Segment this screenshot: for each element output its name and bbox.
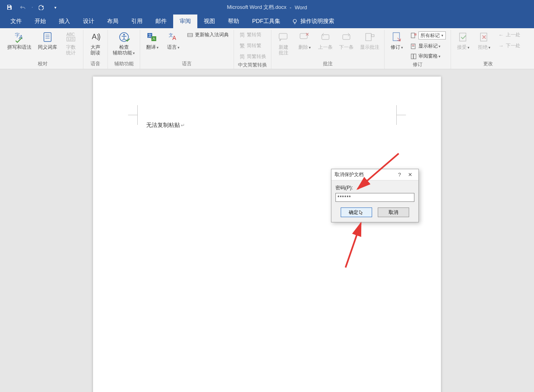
tab-view[interactable]: 视图 [197,15,221,28]
document-page[interactable]: 无法复制粘贴↵ [93,77,441,392]
group-accessibility: 检查辅助功能 辅助功能 [108,30,140,69]
delete-comment-button[interactable]: 删除 [296,30,313,50]
group-comments: 新建批注 删除 上一条 下一条 显示批注 批注 [271,30,385,69]
tab-pdf-tools[interactable]: PDF工具集 [246,15,287,28]
svg-rect-0 [8,5,10,6]
redo-icon [39,4,44,10]
group-comments-label: 批注 [275,60,381,69]
dialog-body: 密码(P): 确定 取消 [331,180,418,222]
undo-icon [20,4,26,10]
prev-change-label: 上一处 [506,31,520,38]
word-count-icon: ABC123 [64,31,77,44]
margin-marker-top-left [137,115,147,125]
accept-button[interactable]: 接受 [454,30,472,50]
next-comment-button[interactable]: 下一条 [337,30,355,50]
undo-button[interactable] [17,2,29,13]
tab-references[interactable]: 引用 [125,15,149,28]
simp-to-trad-button[interactable]: 繁简转繁 [237,41,268,50]
save-button[interactable] [3,2,15,13]
reject-label: 拒绝 [478,44,491,50]
tell-me-search[interactable]: 操作说明搜索 [287,15,334,28]
word-count-label-2: 统计 [66,50,76,56]
read-aloud-button[interactable]: A 大声朗读 [87,30,104,56]
document-area[interactable]: 无法复制粘贴↵ [0,69,534,392]
reviewing-pane-label: 审阅窗格 [418,53,441,60]
language-button[interactable]: 文A 语言 [164,30,182,50]
check-accessibility-button[interactable]: 检查辅助功能 [111,30,137,56]
reject-button[interactable]: 拒绝 [475,30,493,50]
show-comments-button[interactable]: 显示批注 [358,30,381,50]
margin-marker-top-right [387,115,397,125]
ok-button[interactable]: 确定 [341,207,372,217]
tab-layout[interactable]: 布局 [101,15,125,28]
paragraph-mark-icon: ↵ [181,122,185,128]
tab-help[interactable]: 帮助 [221,15,246,28]
next-change-label: 下一处 [506,42,520,49]
next-change-button[interactable]: →下一处 [496,41,522,50]
tab-home[interactable]: 开始 [28,15,52,28]
save-icon [6,4,12,10]
group-accessibility-label: 辅助功能 [111,60,137,69]
update-ime-button[interactable]: 更新输入法词典 [185,31,230,39]
word-count-label-1: 字数 [66,44,76,50]
document-name: Microsoft Word 文档.docx [227,4,286,11]
next-change-icon: → [498,43,504,49]
spelling-grammar-label: 拼写和语法 [7,44,31,50]
read-aloud-icon: A [89,31,102,44]
dialog-close-button[interactable]: ✕ [405,172,415,178]
window-title: Microsoft Word 文档.docx - Word [227,4,307,11]
redo-button[interactable] [35,2,48,13]
next-comment-icon [340,31,353,44]
svg-rect-37 [459,33,466,41]
cursor-icon [359,210,364,215]
track-changes-label: 修订 [391,44,403,50]
new-comment-label-2: 批注 [279,50,288,56]
convert-icon: 简 [239,54,245,60]
cancel-button[interactable]: 取消 [378,207,409,217]
svg-text:123: 123 [68,37,74,41]
translate-button[interactable]: 文A 翻译 [143,30,161,50]
svg-rect-36 [414,54,416,59]
simp-trad-icon: 繁 [239,43,245,49]
prev-comment-button[interactable]: 上一条 [317,30,334,50]
show-markup-button[interactable]: 显示标记 [409,42,447,50]
accept-icon [457,31,470,44]
track-changes-icon [390,31,403,44]
group-chinese-convert: 简繁转简 繁简转繁 简简繁转换 中文简繁转换 [234,30,271,69]
trad-to-simp-button[interactable]: 简繁转简 [237,31,268,39]
track-changes-button[interactable]: 修订 [388,30,406,50]
new-comment-button[interactable]: 新建批注 [275,30,292,56]
word-count-button[interactable]: ABC123 字数统计 [62,30,80,56]
show-comments-label: 显示批注 [360,44,379,50]
show-markup-icon [410,43,417,50]
tab-mailings[interactable]: 邮件 [149,15,173,28]
document-body-text: 无法复制粘贴↵ [146,122,185,129]
dialog-help-button[interactable]: ? [394,172,405,178]
spelling-icon: 字A [13,31,26,44]
tab-review[interactable]: 审阅 [173,15,197,28]
delete-comment-icon [298,31,311,44]
display-for-review-combo[interactable]: 所有标记▾ [418,31,446,39]
show-markup-label: 显示标记 [418,43,441,50]
convert-button[interactable]: 简简繁转换 [237,52,268,61]
tab-insert[interactable]: 插入 [52,15,77,28]
password-input[interactable] [335,193,414,202]
password-label: 密码(P): [335,185,414,191]
quick-access-toolbar: · ▾ [3,2,61,13]
prev-change-button[interactable]: ←上一处 [496,31,522,39]
title-bar: · ▾ Microsoft Word 文档.docx - Word [0,0,534,15]
group-language-label: 语言 [143,60,230,69]
svg-text:文: 文 [148,33,152,37]
qat-customize-button[interactable]: ▾ [49,2,61,13]
thesaurus-button[interactable]: 同义词库 [36,30,59,50]
tab-design[interactable]: 设计 [77,15,101,28]
reviewing-pane-button[interactable]: 审阅窗格 [409,52,447,60]
spelling-grammar-button[interactable]: 字A 拼写和语法 [6,30,33,50]
update-ime-label: 更新输入法词典 [195,31,229,38]
tab-file[interactable]: 文件 [4,15,28,28]
dialog-titlebar[interactable]: 取消保护文档 ? ✕ [331,169,418,180]
group-tracking: 修订 所有标记▾ 显示标记 审阅窗格 修订 [385,30,451,69]
group-speech-label: 语音 [87,60,104,69]
display-review-icon [410,32,417,39]
ribbon: 字A 拼写和语法 同义词库 ABC123 字数统计 校对 [0,28,534,69]
